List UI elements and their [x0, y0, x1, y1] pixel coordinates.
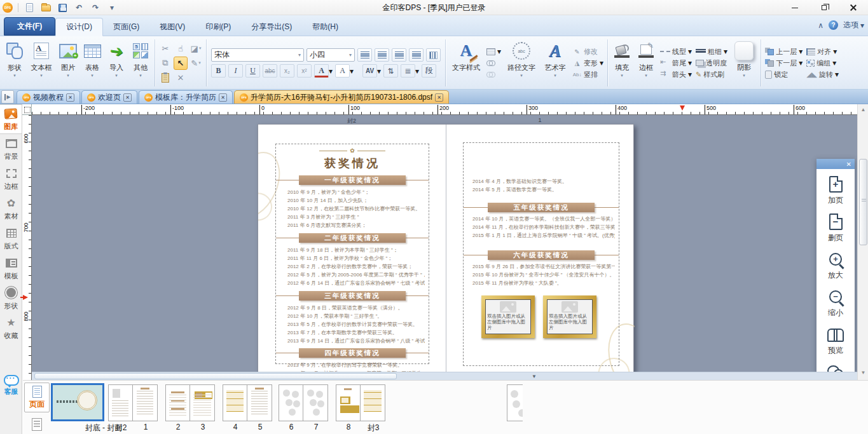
- opacity-button[interactable]: 透明度: [694, 58, 729, 69]
- font-name-select[interactable]: 宋体 ▾: [211, 48, 304, 62]
- modify-text-button[interactable]: ✎修改: [570, 46, 605, 57]
- options-button[interactable]: 选项▾: [843, 20, 864, 31]
- doc-tab-welcome[interactable]: DPS 欢迎页 ✕: [81, 90, 137, 104]
- close-tab-icon[interactable]: ✕: [219, 93, 227, 102]
- insert-textbox-button[interactable]: A 文本框 ▾: [27, 38, 56, 88]
- paste-button[interactable]: [158, 71, 172, 85]
- page-thumbnail[interactable]: [247, 384, 272, 421]
- insert-image-button[interactable]: + 图片 ▾: [56, 38, 80, 88]
- page-thumbnail[interactable]: [336, 384, 361, 421]
- lock-button[interactable]: 锁定: [763, 69, 804, 80]
- align-right-button[interactable]: [392, 48, 406, 62]
- paragraph-settings-button[interactable]: 段: [422, 64, 436, 78]
- page-thumbnail[interactable]: [279, 384, 303, 421]
- page-thumbnail[interactable]: [303, 384, 328, 421]
- arrow-tail-button[interactable]: 箭尾▾: [658, 58, 694, 69]
- page-thumbnail[interactable]: [108, 384, 133, 421]
- doc-tab-template-library[interactable]: DPS 模板库：升学简历 ✕: [139, 90, 233, 104]
- preview-button[interactable]: 预览: [827, 325, 844, 356]
- undo-button[interactable]: ↶: [73, 3, 85, 13]
- fill-button[interactable]: 填充 ▾: [610, 38, 634, 88]
- transform-text-button[interactable]: ◮变形▾: [570, 58, 605, 69]
- menu-view[interactable]: 视图(V): [149, 18, 195, 36]
- highlight-color-button[interactable]: A: [335, 64, 350, 78]
- sidebar-item-layout[interactable]: 版式: [0, 224, 22, 254]
- shadow-button[interactable]: 阴影 ▾: [729, 38, 759, 88]
- minimize-button[interactable]: [780, 0, 809, 15]
- doc-tab-video-tutorial[interactable]: DPS 视频教程 ✕: [17, 90, 80, 104]
- delete-page-button[interactable]: − 删页: [828, 213, 843, 243]
- word-art-button[interactable]: A 艺术字 ▾: [540, 38, 570, 88]
- char-spacing-button[interactable]: AV: [362, 64, 377, 78]
- insert-shape-button[interactable]: 形状 ▾: [3, 38, 27, 88]
- style-brush-button[interactable]: ✎样式刷: [694, 69, 729, 80]
- close-panel-icon[interactable]: ✕: [846, 161, 851, 168]
- text-wrap-button[interactable]: ▾: [485, 46, 503, 57]
- help-icon[interactable]: ?: [829, 20, 838, 30]
- right-page[interactable]: 2014 年 4 月，数学基础知识竞赛一等奖。2014 年 5 月，英语数学竞赛…: [446, 125, 635, 372]
- open-file-button[interactable]: [40, 3, 52, 13]
- sidebar-item-border[interactable]: 边框: [0, 164, 22, 194]
- panel-header[interactable]: ✕: [816, 159, 855, 169]
- group-objects-button[interactable]: 编组▾: [804, 58, 841, 69]
- link-button[interactable]: [485, 58, 503, 69]
- list-view-button[interactable]: [24, 414, 50, 434]
- left-page[interactable]: ✿ 获奖情况 一年级获奖情况 2010 年 9 月，被评为 “ 金色少年 ”；2…: [258, 125, 446, 372]
- menu-print[interactable]: 印刷(P): [195, 18, 241, 36]
- thumbnail-cover-selected[interactable]: [51, 383, 104, 421]
- font-color-button[interactable]: A: [314, 64, 329, 78]
- menu-file[interactable]: 文件(F): [4, 17, 55, 36]
- customer-service-button[interactable]: 客服: [0, 375, 22, 397]
- zoom-out-button[interactable]: − 缩小: [828, 288, 843, 318]
- close-tab-icon[interactable]: ✕: [123, 93, 132, 102]
- line-weight-button[interactable]: 粗细▾: [694, 46, 729, 57]
- page-thumbnail-partial[interactable]: [507, 384, 523, 421]
- customize-toolbar-dropdown[interactable]: ▾: [106, 3, 118, 13]
- pen-tool-button[interactable]: ✎▾: [189, 57, 203, 70]
- bring-forward-button[interactable]: 上一层▾: [763, 46, 804, 57]
- horizontal-scrollbar-thumb[interactable]: [34, 373, 397, 379]
- close-tab-icon[interactable]: ✕: [66, 93, 74, 102]
- page-thumbnail[interactable]: [223, 384, 247, 421]
- menu-design[interactable]: 设计(D): [55, 18, 103, 36]
- sidebar-item-material[interactable]: ✿ 素材: [0, 194, 22, 224]
- align-center-button[interactable]: [375, 48, 389, 62]
- vertical-scrollbar-thumb[interactable]: [859, 159, 867, 245]
- save-button[interactable]: [57, 3, 68, 13]
- pages-view-button[interactable]: 页面: [24, 383, 50, 412]
- send-backward-button[interactable]: 下一层▾: [763, 58, 804, 69]
- page-spread[interactable]: ✿ 获奖情况 一年级获奖情况 2010 年 9 月，被评为 “ 金色少年 ”；2…: [258, 124, 634, 372]
- restore-button[interactable]: [809, 0, 839, 15]
- line-spacing-button[interactable]: ⇅: [383, 64, 398, 78]
- align-objects-button[interactable]: 对齐▾: [804, 46, 841, 57]
- menu-page[interactable]: 页面(G): [103, 18, 149, 36]
- scroll-down-icon[interactable]: ▼: [858, 367, 868, 377]
- gold-photo-frame[interactable]: 双击插入图片或从左侧图库中拖入图片: [481, 295, 535, 338]
- right-page-content-frame[interactable]: 2014 年 4 月，数学基础知识竞赛一等奖。2014 年 5 月，英语数学竞赛…: [463, 142, 619, 366]
- vertical-layout-button[interactable]: Ab↓竖排: [570, 69, 605, 80]
- sidebar-item-gallery[interactable]: 图库: [0, 104, 22, 134]
- underline-button[interactable]: U: [245, 64, 260, 78]
- image-tool-button[interactable]: ◪▾: [189, 42, 203, 55]
- page-thumbnail[interactable]: [361, 384, 385, 421]
- columns-button[interactable]: ▦: [401, 64, 415, 78]
- font-size-select[interactable]: 小四 ▾: [307, 48, 355, 62]
- scroll-up-icon[interactable]: ▲: [858, 104, 868, 114]
- insert-table-button[interactable]: 表格 ▾: [80, 38, 104, 88]
- vertical-scrollbar[interactable]: ▲ ▼: [857, 104, 868, 380]
- copy-button[interactable]: ⧉: [158, 57, 172, 70]
- insert-other-button[interactable]: 5 其他 ▾: [128, 38, 153, 88]
- page-thumbnail[interactable]: [133, 384, 158, 421]
- collapse-ribbon-button[interactable]: ∧: [818, 21, 823, 30]
- page-divider-marker-icon[interactable]: ▼: [532, 374, 537, 379]
- hand-pan-button[interactable]: ☝: [174, 42, 188, 55]
- path-text-button[interactable]: abc 路径文字 ▾: [503, 38, 540, 88]
- sidebar-item-background[interactable]: 背景: [0, 134, 22, 164]
- menu-share-export[interactable]: 分享导出(S): [241, 18, 302, 36]
- redo-button[interactable]: ↷: [90, 3, 101, 13]
- border-button[interactable]: 边框 ▾: [634, 38, 658, 88]
- arrow-head-button[interactable]: 箭头▾: [658, 69, 694, 80]
- text-style-button[interactable]: A 文字样式: [448, 38, 485, 88]
- italic-button[interactable]: I: [228, 64, 243, 78]
- unlink-button[interactable]: [485, 69, 503, 80]
